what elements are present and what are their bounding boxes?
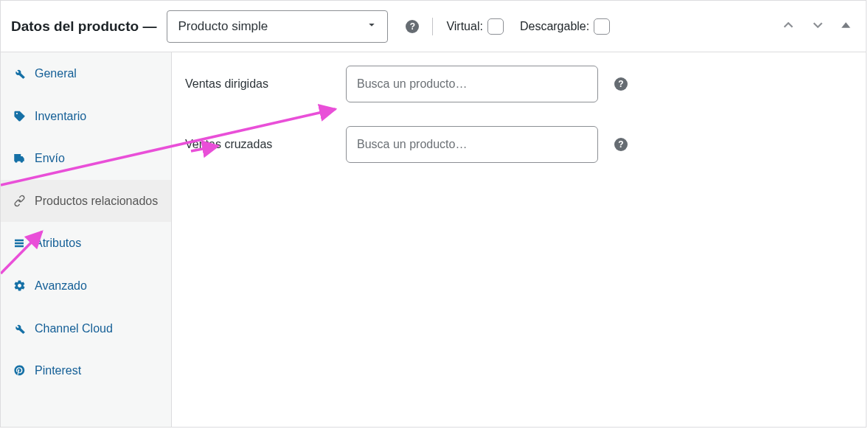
sidebar-item-label: Productos relacionados: [35, 193, 158, 209]
sidebar-item-label: Envío: [35, 150, 65, 167]
upsells-input[interactable]: [346, 66, 598, 102]
help-icon[interactable]: ?: [614, 138, 628, 151]
sidebar-item-label: Inventario: [35, 108, 86, 125]
cross-sells-row: Ventas cruzadas ?: [185, 126, 853, 163]
sidebar-item-shipping[interactable]: Envío: [1, 137, 171, 180]
sidebar-item-general[interactable]: General: [1, 52, 171, 95]
cross-sells-label: Ventas cruzadas: [185, 138, 346, 151]
upsells-row: Ventas dirigidas ?: [185, 66, 853, 102]
link-icon: [13, 195, 26, 208]
sidebar-item-advanced[interactable]: Avanzado: [1, 265, 171, 307]
wrench-icon: [13, 67, 26, 80]
pinterest-icon: [13, 364, 26, 377]
product-data-tabs: General Inventario Envío Productos relac…: [1, 52, 172, 427]
wrench-icon: [13, 321, 26, 335]
truck-icon: [13, 152, 26, 165]
panel-controls: [777, 14, 855, 38]
sidebar-item-attributes[interactable]: Atributos: [1, 222, 171, 265]
chevron-down-icon: [365, 18, 378, 35]
section-up-icon[interactable]: [777, 14, 799, 38]
collapse-panel-icon[interactable]: [836, 15, 855, 37]
tag-icon: [13, 109, 26, 122]
downloadable-label: Descargable:: [520, 20, 589, 33]
virtual-row: Virtual:: [446, 18, 504, 35]
panel-title: Datos del producto —: [11, 18, 156, 35]
product-type-select[interactable]: Producto simple: [167, 10, 388, 43]
sidebar-item-related-products[interactable]: Productos relacionados: [1, 180, 171, 223]
help-icon[interactable]: ?: [614, 77, 628, 91]
sidebar-item-channel-cloud[interactable]: Channel Cloud: [1, 307, 171, 350]
virtual-label: Virtual:: [446, 20, 483, 33]
sidebar-item-label: General: [35, 66, 77, 82]
sidebar-item-label: Channel Cloud: [35, 321, 113, 337]
downloadable-checkbox[interactable]: [594, 18, 610, 35]
sidebar-item-label: Avanzado: [35, 278, 87, 294]
product-data-panel: Datos del producto — Producto simple ? V…: [0, 0, 867, 428]
product-type-value: Producto simple: [178, 19, 268, 34]
downloadable-row: Descargable:: [520, 18, 610, 35]
section-down-icon[interactable]: [807, 14, 829, 38]
virtual-checkbox[interactable]: [487, 18, 504, 35]
list-icon: [13, 237, 26, 250]
gear-icon: [13, 279, 26, 293]
sidebar-item-inventory[interactable]: Inventario: [1, 95, 171, 138]
sidebar-item-label: Pinterest: [35, 363, 81, 379]
sidebar-item-label: Atributos: [35, 235, 81, 251]
divider: [432, 18, 433, 35]
cross-sells-input[interactable]: [346, 126, 598, 163]
panel-header: Datos del producto — Producto simple ? V…: [1, 1, 866, 52]
panel-body: General Inventario Envío Productos relac…: [1, 52, 866, 427]
sidebar-item-pinterest[interactable]: Pinterest: [1, 349, 171, 392]
upsells-label: Ventas dirigidas: [185, 77, 346, 91]
help-icon[interactable]: ?: [406, 20, 419, 33]
related-products-panel: Ventas dirigidas ? Ventas cruzadas ?: [172, 52, 866, 427]
